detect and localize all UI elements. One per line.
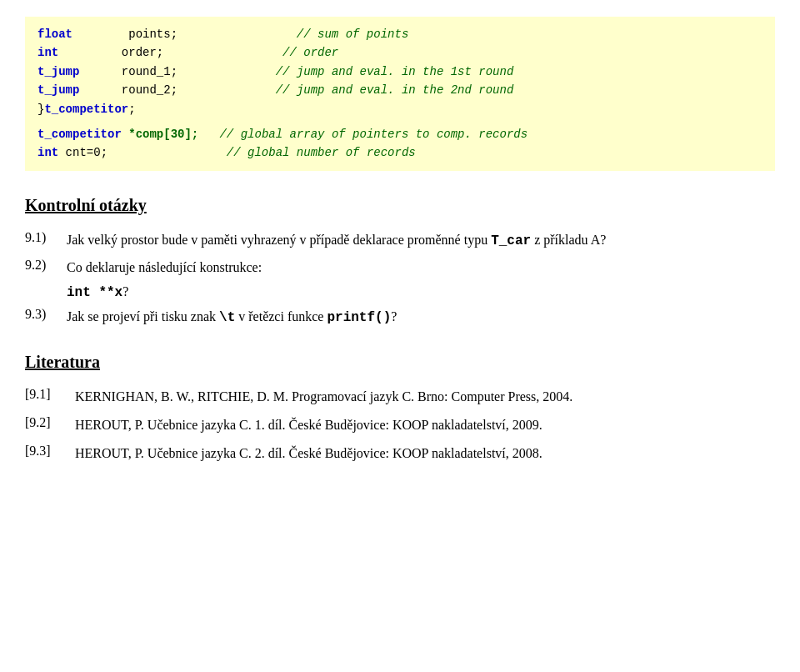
comment-1: // sum of points (297, 25, 408, 43)
q-number-91: 9.1) (25, 230, 67, 245)
lit-number-91: [9.1] (25, 387, 75, 402)
lit-entry-93: [9.3] HEROUT, P. Učebnice jazyka C. 2. d… (25, 444, 775, 464)
q-code-intxx: int **x (67, 285, 122, 300)
code-line-7: int cnt=0; // global number of records (38, 143, 762, 162)
kw-float: float (38, 25, 72, 43)
lit-entry-91: [9.1] KERNIGHAN, B. W., RITCHIE, D. M. P… (25, 387, 775, 407)
question-91: 9.1) Jak velký prostor bude v paměti vyh… (25, 230, 775, 251)
comment-4: // jump and eval. in the 2nd round (276, 81, 514, 99)
questions-title: Kontrolní otázky (25, 196, 775, 215)
lit-entry-92: [9.2] HEROUT, P. Učebnice jazyka C. 1. d… (25, 415, 775, 435)
comment-3: // jump and eval. in the 1st round (276, 63, 514, 81)
question-93: 9.3) Jak se projeví při tisku znak \t v … (25, 307, 775, 328)
q-text-91: Jak velký prostor bude v paměti vyhrazen… (67, 230, 775, 251)
comment-6: // global number of records (227, 143, 416, 162)
code-text: points; (72, 25, 297, 43)
kw-int: int (38, 43, 58, 62)
code-text: order; (58, 43, 282, 62)
code-block: float points; // sum of points int order… (25, 17, 775, 171)
code-text (198, 125, 219, 143)
literatura-title: Literatura (25, 353, 775, 372)
comment-5: // global array of pointers to comp. rec… (219, 125, 528, 143)
code-line-2: int order; // order (38, 43, 762, 62)
kw-tjump2: t_jump (38, 81, 79, 99)
kw-tcompetitor-close: t_competitor (44, 100, 128, 118)
q-number-92: 9.2) (25, 258, 67, 273)
code-text: round_1; (79, 63, 275, 81)
q-text-93: Jak se projeví při tisku znak \t v řetěz… (67, 307, 775, 328)
code-line-5: } t_competitor ; (38, 100, 762, 118)
q-number-93: 9.3) (25, 307, 67, 322)
lit-text-91: KERNIGHAN, B. W., RITCHIE, D. M. Program… (75, 387, 775, 407)
code-text: round_2; (79, 81, 275, 99)
kw-int-global: int (38, 143, 58, 162)
kw-tjump1: t_jump (38, 63, 79, 81)
code-line-3: t_jump round_1; // jump and eval. in the… (38, 63, 762, 81)
code-line-4: t_jump round_2; // jump and eval. in the… (38, 81, 762, 99)
code-text: cnt=0; (58, 143, 227, 162)
lit-text-93: HEROUT, P. Učebnice jazyka C. 2. díl. Če… (75, 444, 775, 464)
question-92: 9.2) Co deklaruje následující konstrukce… (25, 258, 775, 278)
lit-number-93: [9.3] (25, 444, 75, 459)
lit-number-92: [9.2] (25, 415, 75, 430)
questions-section: Kontrolní otázky 9.1) Jak velký prostor … (25, 196, 775, 328)
code-line-1: float points; // sum of points (38, 25, 762, 43)
kw-tcompetitor-global: t_competitor (38, 125, 122, 143)
q-text-92: Co deklaruje následující konstrukce: (67, 258, 775, 278)
semicolon: ; (128, 100, 135, 118)
q-code-tab: \t (219, 310, 235, 325)
kw-comp: *comp[30]; (128, 125, 198, 143)
q-sub-92: int **x? (67, 284, 775, 300)
lit-text-92: HEROUT, P. Učebnice jazyka C. 1. díl. Če… (75, 415, 775, 435)
q-code-tcar: T_car (491, 233, 531, 248)
literatura-section: Literatura [9.1] KERNIGHAN, B. W., RITCH… (25, 353, 775, 464)
closing-brace: } (38, 100, 44, 118)
q-code-printf: printf() (327, 310, 391, 325)
comment-2: // order (282, 43, 338, 62)
code-line-6: t_competitor *comp[30]; // global array … (38, 125, 762, 143)
code-text (122, 125, 128, 143)
